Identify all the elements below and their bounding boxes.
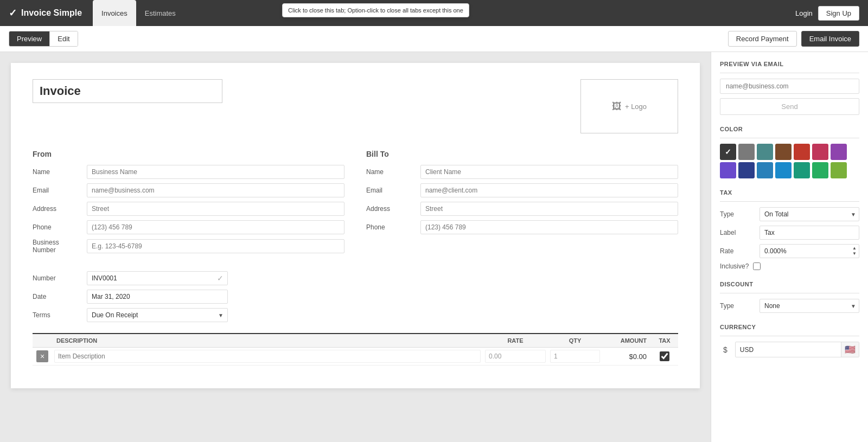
- item-rate-input[interactable]: [485, 350, 546, 363]
- preview-email-input[interactable]: [720, 79, 859, 94]
- invoice-details: Number ✓ Date Terms Due On Receipt: [33, 271, 678, 322]
- col-action: ×: [33, 350, 52, 362]
- color-swatch-6[interactable]: [831, 144, 847, 160]
- tax-label-input[interactable]: [760, 226, 859, 240]
- signup-button[interactable]: Sign Up: [818, 6, 859, 21]
- tax-section: Tax Type On Total Per Item None ▼ Label: [720, 189, 859, 270]
- toolbar-right: Record Payment Email Invoice: [728, 31, 859, 47]
- discount-type-select[interactable]: None Percentage Fixed: [760, 299, 859, 313]
- from-name-input[interactable]: [87, 165, 344, 179]
- from-address-input[interactable]: [87, 202, 344, 216]
- from-business-row: BusinessNumber: [33, 239, 344, 254]
- color-swatch-3[interactable]: [775, 144, 792, 160]
- tab-estimates[interactable]: Estimates: [136, 0, 184, 26]
- from-email-input[interactable]: [87, 183, 344, 197]
- color-divider: [720, 138, 859, 138]
- color-swatch-2[interactable]: [757, 144, 773, 160]
- from-phone-input[interactable]: [87, 220, 344, 234]
- tax-label-label: Label: [720, 229, 755, 236]
- billing-section: From Name Email Address Phone: [33, 150, 678, 258]
- number-input[interactable]: [87, 271, 228, 285]
- col-amount-header: Amount: [602, 337, 651, 344]
- nav-right: Login Sign Up: [795, 6, 859, 21]
- item-qty-input[interactable]: [550, 350, 600, 363]
- tab-tooltip: Click to close this tab; Option-click to…: [282, 3, 469, 17]
- tax-type-row: Type On Total Per Item None ▼: [720, 207, 859, 221]
- edit-button[interactable]: Edit: [50, 31, 77, 46]
- currency-row: $ 🇺🇸: [720, 342, 859, 357]
- bill-to-name-label: Name: [366, 168, 415, 176]
- color-swatch-4[interactable]: [794, 144, 810, 160]
- invoice-paper: 🖼 + Logo From Name Email: [11, 63, 700, 388]
- items-table: Description Rate QTY Amount Tax ×: [33, 333, 678, 366]
- login-button[interactable]: Login: [795, 9, 813, 17]
- color-swatch-11[interactable]: [794, 162, 810, 178]
- tax-rate-label: Rate: [720, 247, 755, 255]
- remove-item-button[interactable]: ×: [36, 350, 48, 362]
- email-invoice-button[interactable]: Email Invoice: [801, 31, 859, 47]
- color-swatch-13[interactable]: [831, 162, 847, 178]
- discount-type-select-wrap: None Percentage Fixed ▼: [760, 299, 859, 313]
- bill-to-address-input[interactable]: [420, 202, 678, 216]
- preview-button[interactable]: Preview: [9, 31, 50, 46]
- discount-type-row: Type None Percentage Fixed ▼: [720, 299, 859, 313]
- color-swatch-1[interactable]: [738, 144, 755, 160]
- bill-to-col: Bill To Name Email Address Phone: [366, 150, 678, 258]
- color-swatch-8[interactable]: [738, 162, 755, 178]
- currency-title: Currency: [720, 324, 859, 330]
- invoice-title-input[interactable]: [33, 79, 222, 103]
- from-business-label: BusinessNumber: [33, 239, 81, 254]
- terms-label: Terms: [33, 311, 81, 319]
- tax-rate-down-button[interactable]: ▼: [851, 251, 858, 257]
- from-business-input[interactable]: [87, 239, 344, 253]
- color-swatch-12[interactable]: [812, 162, 828, 178]
- item-amount-display: $0.00: [602, 353, 651, 361]
- inclusive-checkbox[interactable]: [753, 262, 761, 270]
- bill-to-label: Bill To: [366, 150, 678, 158]
- preview-email-title: Preview Via Email: [720, 61, 859, 67]
- terms-wrap: Due On Receipt Net 15 Net 30 ▼: [87, 308, 228, 322]
- items-header: Description Rate QTY Amount Tax: [33, 334, 678, 348]
- from-phone-label: Phone: [33, 223, 81, 231]
- logo-text: + Logo: [625, 103, 647, 111]
- color-swatch-9[interactable]: [757, 162, 773, 178]
- record-payment-button[interactable]: Record Payment: [728, 31, 797, 47]
- bill-to-email-input[interactable]: [420, 183, 678, 197]
- bill-to-phone-row: Phone: [366, 220, 678, 234]
- preview-email-section: Preview Via Email Send: [720, 61, 859, 115]
- from-address-label: Address: [33, 205, 81, 213]
- from-name-row: Name: [33, 165, 344, 179]
- terms-select[interactable]: Due On Receipt Net 15 Net 30: [87, 308, 228, 322]
- item-tax-checkbox[interactable]: [660, 351, 669, 361]
- tax-rate-input-wrap: ▲ ▼: [760, 244, 859, 258]
- currency-input[interactable]: [736, 343, 841, 356]
- bill-to-email-row: Email: [366, 183, 678, 197]
- date-label: Date: [33, 293, 81, 300]
- tax-rate-input[interactable]: [760, 244, 859, 258]
- color-swatch-5[interactable]: [812, 144, 828, 160]
- bill-to-name-row: Name: [366, 165, 678, 179]
- col-desc-cell: [52, 350, 483, 363]
- tax-divider: [720, 201, 859, 202]
- tab-invoices[interactable]: Invoices: [93, 0, 136, 26]
- logo-icon: 🖼: [612, 101, 622, 112]
- tax-rate-up-button[interactable]: ▲: [851, 246, 858, 251]
- number-input-wrap: ✓: [87, 271, 228, 285]
- col-rate-cell: [483, 350, 548, 363]
- bill-to-name-input[interactable]: [420, 165, 678, 179]
- color-swatch-10[interactable]: [775, 162, 792, 178]
- date-input[interactable]: [87, 290, 228, 304]
- main-layout: 🖼 + Logo From Name Email: [0, 52, 868, 442]
- bill-to-email-label: Email: [366, 187, 415, 194]
- color-swatch-7[interactable]: [720, 162, 736, 178]
- send-button[interactable]: Send: [720, 98, 859, 115]
- col-tax-header: Tax: [651, 337, 678, 344]
- discount-section: Discount Type None Percentage Fixed ▼: [720, 281, 859, 313]
- bill-to-phone-input[interactable]: [420, 220, 678, 234]
- logo-area[interactable]: 🖼 + Logo: [580, 79, 678, 133]
- color-section: Color: [720, 126, 859, 178]
- item-description-input[interactable]: [54, 350, 481, 363]
- tax-type-select[interactable]: On Total Per Item None: [760, 207, 859, 221]
- discount-type-label: Type: [720, 302, 755, 310]
- color-swatch-0[interactable]: [720, 144, 736, 160]
